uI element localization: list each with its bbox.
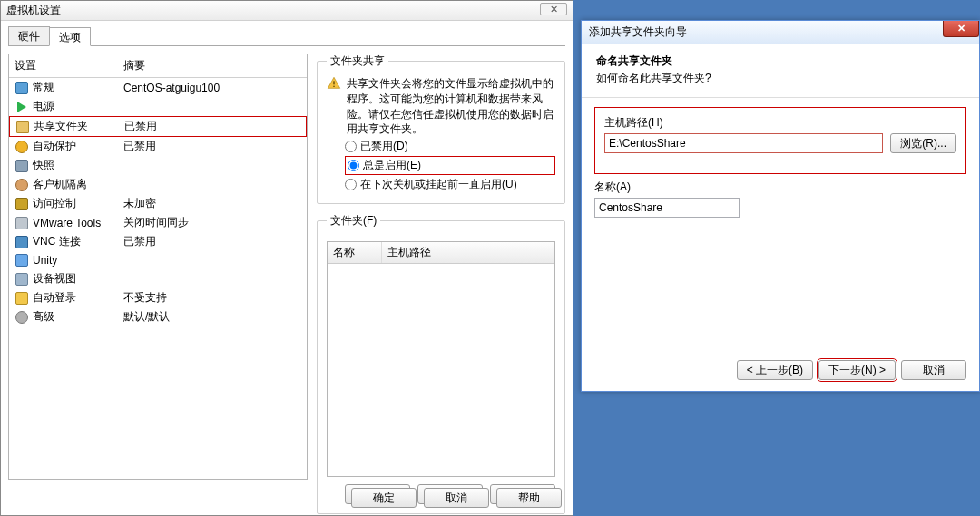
shield-icon [15,140,29,154]
monitor-icon [15,81,29,95]
settings-row-快照[interactable]: 快照 [9,156,307,175]
settings-row-label: 共享文件夹 [34,119,124,134]
settings-row-label: 快照 [33,158,123,173]
name-input[interactable] [594,198,740,218]
wizard-cancel-button[interactable]: 取消 [901,360,966,380]
radio-disabled-input[interactable] [345,141,357,152]
detail-panel: 文件夹共享 共享文件夹会将您的文件显示给虚拟机中的程序。这可能为您的计算机和数据… [317,54,565,514]
settings-row-summary: 已禁用 [123,234,301,249]
settings-row-label: Unity [33,254,123,267]
svg-rect-1 [333,86,334,87]
device-icon [15,272,29,287]
folders-group: 文件夹(F) 名称 主机路径 添加(A)... 移除(R) 属性(P) [317,213,565,514]
warning-text: 共享文件夹会将您的文件显示给虚拟机中的程序。这可能为您的计算机和数据带来风险。请… [347,76,555,137]
wizard-title: 添加共享文件夹向导 [589,24,687,40]
settings-row-label: 自动保护 [33,139,123,154]
settings-row-访问控制[interactable]: 访问控制未加密 [9,194,307,213]
radio-disabled-label: 已禁用(D) [360,139,408,154]
settings-list-panel: 设置 摘要 常规CentOS-atguigu100电源共享文件夹已禁用自动保护已… [8,54,308,480]
settings-row-常规[interactable]: 常规CentOS-atguigu100 [9,78,307,97]
next-button[interactable]: 下一步(N) > [818,360,896,380]
host-path-label: 主机路径(H) [604,115,956,131]
tab-options[interactable]: 选项 [49,27,91,46]
dialog-body: 硬件 选项 设置 摘要 常规CentOS-atguigu100电源共享文件夹已禁… [1,21,573,516]
play-icon [15,100,29,114]
vnc-icon [15,235,29,249]
host-path-field: 主机路径(H) 浏览(R)... [604,115,956,153]
settings-row-label: 电源 [33,99,123,114]
radio-disabled[interactable]: 已禁用(D) [345,139,555,154]
th-host[interactable]: 主机路径 [382,242,554,263]
settings-row-summary: CentOS-atguigu100 [123,82,301,94]
wizard-titlebar: 添加共享文件夹向导 ✕ [582,21,979,44]
settings-row-summary: 已禁用 [123,139,301,154]
users-icon [15,178,29,192]
name-field: 名称(A) [594,180,966,218]
settings-row-VNC 连接[interactable]: VNC 连接已禁用 [9,232,307,251]
radio-always[interactable]: 总是启用(E) [345,156,555,175]
options-content: 设置 摘要 常规CentOS-atguigu100电源共享文件夹已禁用自动保护已… [8,46,565,514]
svg-rect-0 [333,81,334,84]
tab-strip: 硬件 选项 [8,26,565,46]
warning-row: 共享文件夹会将您的文件显示给虚拟机中的程序。这可能为您的计算机和数据带来风险。请… [327,76,555,137]
th-name[interactable]: 名称 [328,242,382,263]
vm-settings-dialog: 虚拟机设置 ✕ 硬件 选项 设置 摘要 常规CentOS-atguigu100电… [0,0,573,516]
settings-row-label: 高级 [33,309,123,325]
close-icon[interactable]: ✕ [540,3,567,15]
tools-icon [15,216,29,230]
ok-button[interactable]: 确定 [351,488,416,508]
settings-list-header: 设置 摘要 [9,54,307,78]
settings-row-label: VMware Tools [33,217,123,229]
wizard-buttons: < 上一步(B) 下一步(N) > 取消 [737,360,966,380]
settings-row-label: 常规 [33,80,123,95]
settings-row-summary: 关闭时间同步 [123,215,301,230]
settings-row-共享文件夹[interactable]: 共享文件夹已禁用 [9,116,307,137]
settings-row-summary: 已禁用 [124,119,300,134]
folder-sharing-group: 文件夹共享 共享文件夹会将您的文件显示给虚拟机中的程序。这可能为您的计算机和数据… [317,54,565,204]
settings-row-自动登录[interactable]: 自动登录不受支持 [9,288,307,307]
settings-row-自动保护[interactable]: 自动保护已禁用 [9,137,307,156]
wizard-subheading: 如何命名此共享文件夹? [596,71,965,86]
host-path-input[interactable] [604,133,883,153]
cancel-button[interactable]: 取消 [424,488,489,508]
wizard-header: 命名共享文件夹 如何命名此共享文件夹? [582,44,979,98]
host-path-section: 主机路径(H) 浏览(R)... [594,107,966,174]
window-title: 虚拟机设置 [6,3,61,18]
help-button[interactable]: 帮助 [496,488,562,508]
settings-row-VMware Tools[interactable]: VMware Tools关闭时间同步 [9,213,307,232]
settings-row-summary: 不受支持 [123,290,301,306]
close-icon[interactable]: ✕ [943,21,979,37]
tab-hardware[interactable]: 硬件 [8,26,50,45]
settings-row-label: 客户机隔离 [33,177,123,192]
radio-always-input[interactable] [348,160,359,171]
settings-row-label: 设备视图 [33,271,123,287]
unity-icon [15,253,29,268]
settings-row-客户机隔离[interactable]: 客户机隔离 [9,175,307,194]
folders-table-head: 名称 主机路径 [328,242,554,264]
dialog-buttons: 确定 取消 帮助 [351,488,562,508]
folder-sharing-legend: 文件夹共享 [327,54,388,69]
settings-row-高级[interactable]: 高级默认/默认 [9,307,307,326]
key-icon [15,197,29,211]
name-label: 名称(A) [594,180,966,195]
back-button[interactable]: < 上一步(B) [737,360,813,380]
browse-button[interactable]: 浏览(R)... [890,133,956,153]
radio-until[interactable]: 在下次关机或挂起前一直启用(U) [345,177,555,192]
camera-icon [15,159,29,173]
folders-legend: 文件夹(F) [327,213,380,229]
settings-row-设备视图[interactable]: 设备视图 [9,269,307,288]
radio-until-input[interactable] [345,179,357,190]
settings-row-summary: 默认/默认 [123,309,301,325]
wizard-heading: 命名共享文件夹 [596,54,965,69]
titlebar: 虚拟机设置 ✕ [1,1,573,21]
folders-table-body [328,264,554,476]
gear-icon [15,310,29,325]
settings-row-电源[interactable]: 电源 [9,97,307,116]
col-summary: 摘要 [123,58,301,73]
wizard-body: 主机路径(H) 浏览(R)... 名称(A) [582,98,979,236]
settings-row-summary: 未加密 [123,196,301,211]
add-shared-folder-wizard: 添加共享文件夹向导 ✕ 命名共享文件夹 如何命名此共享文件夹? 主机路径(H) … [581,20,980,392]
settings-row-Unity[interactable]: Unity [9,251,307,269]
settings-row-label: 自动登录 [33,290,123,306]
settings-row-label: VNC 连接 [33,234,123,249]
